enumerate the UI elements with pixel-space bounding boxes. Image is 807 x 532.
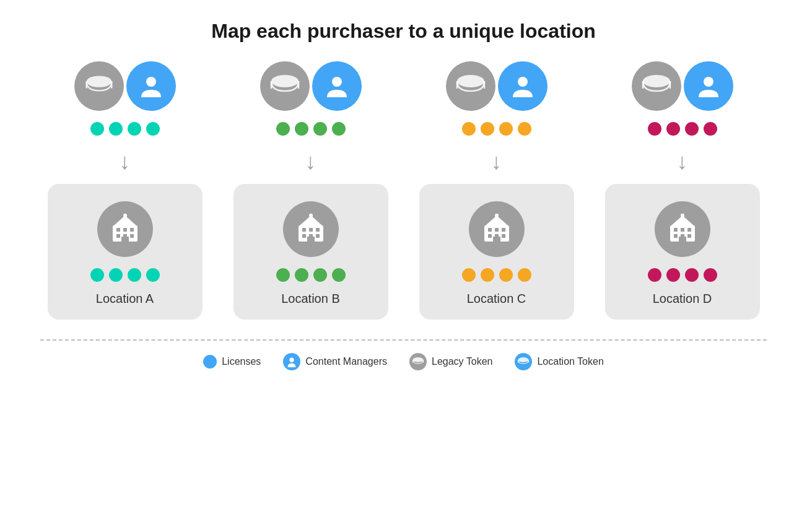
building-icon-c	[469, 201, 525, 257]
dot	[332, 122, 346, 136]
dot	[648, 122, 661, 136]
legend-item-licenses: Licenses	[203, 355, 261, 368]
location-box-d: Location D	[605, 184, 760, 320]
column-c: ↓	[413, 61, 580, 320]
token-icon-a	[74, 61, 124, 111]
arrow-c: ↓	[491, 150, 502, 173]
svg-rect-8	[116, 234, 120, 238]
dot	[704, 122, 717, 136]
legend-item-legacy-token: Legacy Token	[409, 353, 492, 370]
svg-rect-55	[687, 234, 691, 238]
svg-rect-5	[116, 228, 120, 232]
top-icons-d	[632, 61, 733, 111]
legacy-token-icon	[409, 353, 427, 370]
dot	[276, 268, 290, 282]
column-a: ↓	[41, 61, 209, 320]
svg-point-3	[146, 77, 156, 87]
dot	[90, 268, 104, 282]
top-dots-b	[276, 122, 346, 136]
top-dots-c	[462, 122, 531, 136]
location-dots-b	[276, 268, 346, 282]
svg-rect-56	[679, 237, 686, 242]
dot	[90, 122, 104, 136]
building-svg-b	[294, 212, 328, 246]
token-icon-b	[260, 61, 310, 111]
dot	[462, 268, 476, 282]
top-dots-a	[90, 122, 160, 136]
svg-rect-10	[130, 234, 134, 238]
legend-label-content-managers: Content Managers	[305, 356, 387, 367]
building-icon-a	[97, 201, 153, 257]
location-name-d: Location D	[653, 292, 712, 306]
dot	[109, 268, 123, 282]
svg-rect-36	[495, 228, 499, 232]
column-d: ↓	[599, 61, 766, 320]
dot	[666, 122, 680, 136]
top-icons-b	[260, 61, 362, 111]
location-token-icon	[515, 353, 532, 370]
svg-rect-38	[488, 234, 492, 238]
svg-rect-44	[495, 214, 498, 217]
dot	[685, 122, 699, 136]
svg-rect-11	[121, 237, 129, 242]
dot	[704, 268, 717, 282]
top-dots-d	[648, 122, 717, 136]
svg-point-0	[86, 76, 111, 87]
svg-rect-41	[493, 237, 500, 242]
svg-rect-51	[681, 228, 684, 232]
location-box-a: Location A	[48, 184, 203, 320]
svg-point-15	[271, 75, 299, 87]
person-svg-d	[695, 72, 722, 100]
token-svg-a	[84, 71, 114, 101]
location-dots-d	[648, 268, 717, 282]
svg-rect-23	[302, 234, 306, 238]
svg-rect-59	[681, 214, 684, 217]
dot	[518, 122, 531, 136]
token-svg-d	[640, 75, 673, 97]
person-icon-b	[312, 61, 362, 111]
svg-rect-22	[316, 228, 320, 232]
svg-rect-37	[502, 228, 505, 232]
page-title: Map each purchaser to a unique location	[211, 20, 596, 43]
top-icons-a	[74, 61, 176, 111]
location-dots-a	[90, 268, 160, 282]
building-svg-a	[108, 212, 142, 246]
legend-item-content-managers: Content Managers	[283, 353, 387, 370]
svg-point-48	[704, 77, 713, 87]
column-b: ↓	[227, 61, 395, 320]
dot	[313, 122, 327, 136]
location-dots-c	[462, 268, 531, 282]
svg-rect-6	[123, 228, 127, 232]
legend: Licenses Content Managers Legacy Token	[178, 353, 629, 370]
arrow-d: ↓	[677, 150, 688, 173]
person-icon-a	[126, 61, 176, 111]
svg-rect-20	[302, 228, 306, 232]
location-box-c: Location C	[419, 184, 574, 320]
svg-point-60	[290, 357, 294, 362]
building-icon-d	[655, 201, 710, 257]
building-icon-b	[283, 201, 339, 257]
token-svg-b	[269, 75, 301, 97]
svg-rect-7	[130, 228, 134, 232]
dot	[685, 268, 699, 282]
dot	[146, 122, 160, 136]
dot	[499, 268, 513, 282]
legend-label-location-token: Location Token	[537, 356, 603, 367]
svg-rect-35	[488, 228, 492, 232]
location-box-b: Location B	[233, 184, 388, 320]
svg-point-30	[457, 75, 484, 87]
person-svg-b	[323, 72, 351, 100]
svg-point-18	[332, 77, 342, 87]
svg-rect-25	[316, 234, 320, 238]
svg-rect-50	[674, 228, 678, 232]
token-icon-d	[632, 61, 681, 111]
dot	[499, 122, 513, 136]
location-name-a: Location A	[96, 292, 154, 306]
token-icon-c	[446, 61, 495, 111]
dot	[648, 268, 661, 282]
dot	[128, 268, 141, 282]
dot	[481, 268, 494, 282]
person-icon-d	[684, 61, 733, 111]
location-name-b: Location B	[281, 292, 340, 306]
dot	[109, 122, 123, 136]
